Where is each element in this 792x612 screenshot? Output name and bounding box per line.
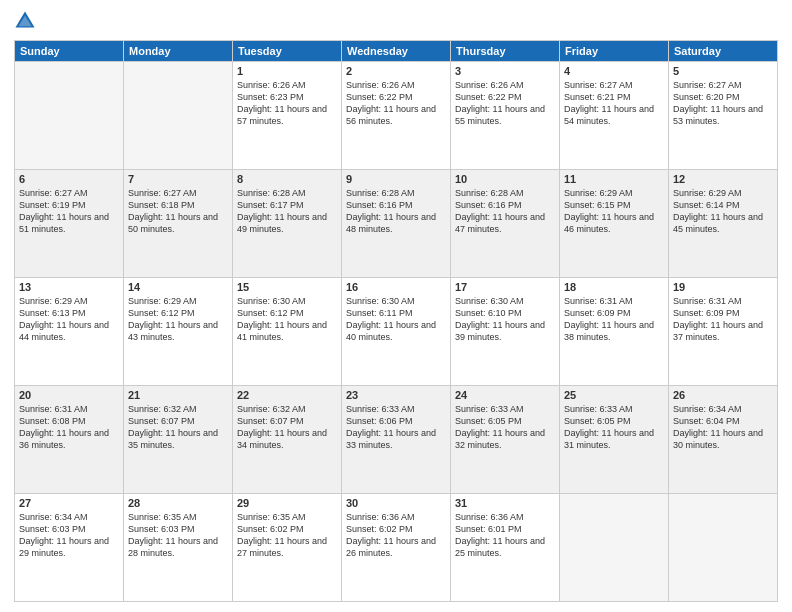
day-info: Sunrise: 6:27 AM Sunset: 6:21 PM Dayligh… (564, 79, 664, 128)
calendar-cell: 3Sunrise: 6:26 AM Sunset: 6:22 PM Daylig… (451, 62, 560, 170)
day-number: 1 (237, 65, 337, 77)
day-info: Sunrise: 6:31 AM Sunset: 6:09 PM Dayligh… (564, 295, 664, 344)
day-info: Sunrise: 6:34 AM Sunset: 6:03 PM Dayligh… (19, 511, 119, 560)
day-info: Sunrise: 6:26 AM Sunset: 6:22 PM Dayligh… (455, 79, 555, 128)
day-number: 27 (19, 497, 119, 509)
day-number: 2 (346, 65, 446, 77)
calendar-cell: 19Sunrise: 6:31 AM Sunset: 6:09 PM Dayli… (669, 278, 778, 386)
day-number: 16 (346, 281, 446, 293)
calendar-cell: 31Sunrise: 6:36 AM Sunset: 6:01 PM Dayli… (451, 494, 560, 602)
day-number: 17 (455, 281, 555, 293)
calendar-cell: 8Sunrise: 6:28 AM Sunset: 6:17 PM Daylig… (233, 170, 342, 278)
page: SundayMondayTuesdayWednesdayThursdayFrid… (0, 0, 792, 612)
day-info: Sunrise: 6:34 AM Sunset: 6:04 PM Dayligh… (673, 403, 773, 452)
calendar-cell: 26Sunrise: 6:34 AM Sunset: 6:04 PM Dayli… (669, 386, 778, 494)
day-info: Sunrise: 6:36 AM Sunset: 6:02 PM Dayligh… (346, 511, 446, 560)
day-number: 8 (237, 173, 337, 185)
day-info: Sunrise: 6:30 AM Sunset: 6:11 PM Dayligh… (346, 295, 446, 344)
day-number: 15 (237, 281, 337, 293)
day-info: Sunrise: 6:29 AM Sunset: 6:13 PM Dayligh… (19, 295, 119, 344)
calendar-cell: 9Sunrise: 6:28 AM Sunset: 6:16 PM Daylig… (342, 170, 451, 278)
day-number: 11 (564, 173, 664, 185)
day-number: 10 (455, 173, 555, 185)
calendar-week-row: 1Sunrise: 6:26 AM Sunset: 6:23 PM Daylig… (15, 62, 778, 170)
day-info: Sunrise: 6:28 AM Sunset: 6:16 PM Dayligh… (346, 187, 446, 236)
calendar-cell (669, 494, 778, 602)
day-number: 30 (346, 497, 446, 509)
calendar-header-row: SundayMondayTuesdayWednesdayThursdayFrid… (15, 41, 778, 62)
calendar-week-row: 13Sunrise: 6:29 AM Sunset: 6:13 PM Dayli… (15, 278, 778, 386)
day-info: Sunrise: 6:27 AM Sunset: 6:19 PM Dayligh… (19, 187, 119, 236)
calendar-cell: 25Sunrise: 6:33 AM Sunset: 6:05 PM Dayli… (560, 386, 669, 494)
calendar-week-row: 27Sunrise: 6:34 AM Sunset: 6:03 PM Dayli… (15, 494, 778, 602)
day-number: 19 (673, 281, 773, 293)
calendar-header-tuesday: Tuesday (233, 41, 342, 62)
header (14, 10, 778, 32)
calendar-cell: 21Sunrise: 6:32 AM Sunset: 6:07 PM Dayli… (124, 386, 233, 494)
logo (14, 10, 40, 32)
calendar-cell: 12Sunrise: 6:29 AM Sunset: 6:14 PM Dayli… (669, 170, 778, 278)
calendar-cell: 2Sunrise: 6:26 AM Sunset: 6:22 PM Daylig… (342, 62, 451, 170)
calendar-cell (560, 494, 669, 602)
calendar-header-thursday: Thursday (451, 41, 560, 62)
day-info: Sunrise: 6:28 AM Sunset: 6:16 PM Dayligh… (455, 187, 555, 236)
day-number: 4 (564, 65, 664, 77)
day-info: Sunrise: 6:32 AM Sunset: 6:07 PM Dayligh… (237, 403, 337, 452)
calendar-cell: 24Sunrise: 6:33 AM Sunset: 6:05 PM Dayli… (451, 386, 560, 494)
calendar-cell: 23Sunrise: 6:33 AM Sunset: 6:06 PM Dayli… (342, 386, 451, 494)
day-info: Sunrise: 6:27 AM Sunset: 6:18 PM Dayligh… (128, 187, 228, 236)
day-number: 26 (673, 389, 773, 401)
calendar-cell: 15Sunrise: 6:30 AM Sunset: 6:12 PM Dayli… (233, 278, 342, 386)
day-number: 24 (455, 389, 555, 401)
calendar-cell (15, 62, 124, 170)
day-number: 29 (237, 497, 337, 509)
day-info: Sunrise: 6:27 AM Sunset: 6:20 PM Dayligh… (673, 79, 773, 128)
calendar-cell: 6Sunrise: 6:27 AM Sunset: 6:19 PM Daylig… (15, 170, 124, 278)
day-number: 13 (19, 281, 119, 293)
day-number: 18 (564, 281, 664, 293)
calendar-cell: 5Sunrise: 6:27 AM Sunset: 6:20 PM Daylig… (669, 62, 778, 170)
day-number: 12 (673, 173, 773, 185)
day-info: Sunrise: 6:29 AM Sunset: 6:12 PM Dayligh… (128, 295, 228, 344)
calendar-cell: 14Sunrise: 6:29 AM Sunset: 6:12 PM Dayli… (124, 278, 233, 386)
calendar-cell: 10Sunrise: 6:28 AM Sunset: 6:16 PM Dayli… (451, 170, 560, 278)
calendar-cell (124, 62, 233, 170)
day-info: Sunrise: 6:28 AM Sunset: 6:17 PM Dayligh… (237, 187, 337, 236)
calendar-cell: 20Sunrise: 6:31 AM Sunset: 6:08 PM Dayli… (15, 386, 124, 494)
calendar-header-wednesday: Wednesday (342, 41, 451, 62)
day-number: 28 (128, 497, 228, 509)
day-info: Sunrise: 6:35 AM Sunset: 6:03 PM Dayligh… (128, 511, 228, 560)
calendar-week-row: 20Sunrise: 6:31 AM Sunset: 6:08 PM Dayli… (15, 386, 778, 494)
calendar-header-friday: Friday (560, 41, 669, 62)
day-number: 14 (128, 281, 228, 293)
day-number: 5 (673, 65, 773, 77)
day-info: Sunrise: 6:36 AM Sunset: 6:01 PM Dayligh… (455, 511, 555, 560)
day-info: Sunrise: 6:29 AM Sunset: 6:14 PM Dayligh… (673, 187, 773, 236)
calendar-cell: 4Sunrise: 6:27 AM Sunset: 6:21 PM Daylig… (560, 62, 669, 170)
calendar-table: SundayMondayTuesdayWednesdayThursdayFrid… (14, 40, 778, 602)
day-number: 3 (455, 65, 555, 77)
day-info: Sunrise: 6:33 AM Sunset: 6:05 PM Dayligh… (455, 403, 555, 452)
calendar-cell: 18Sunrise: 6:31 AM Sunset: 6:09 PM Dayli… (560, 278, 669, 386)
day-info: Sunrise: 6:32 AM Sunset: 6:07 PM Dayligh… (128, 403, 228, 452)
day-info: Sunrise: 6:26 AM Sunset: 6:22 PM Dayligh… (346, 79, 446, 128)
day-info: Sunrise: 6:30 AM Sunset: 6:12 PM Dayligh… (237, 295, 337, 344)
generalblue-logo-icon (14, 10, 36, 32)
day-info: Sunrise: 6:35 AM Sunset: 6:02 PM Dayligh… (237, 511, 337, 560)
calendar-cell: 7Sunrise: 6:27 AM Sunset: 6:18 PM Daylig… (124, 170, 233, 278)
calendar-cell: 17Sunrise: 6:30 AM Sunset: 6:10 PM Dayli… (451, 278, 560, 386)
day-number: 23 (346, 389, 446, 401)
day-number: 31 (455, 497, 555, 509)
day-info: Sunrise: 6:31 AM Sunset: 6:08 PM Dayligh… (19, 403, 119, 452)
day-info: Sunrise: 6:33 AM Sunset: 6:06 PM Dayligh… (346, 403, 446, 452)
calendar-cell: 29Sunrise: 6:35 AM Sunset: 6:02 PM Dayli… (233, 494, 342, 602)
day-info: Sunrise: 6:31 AM Sunset: 6:09 PM Dayligh… (673, 295, 773, 344)
calendar-header-saturday: Saturday (669, 41, 778, 62)
calendar-header-sunday: Sunday (15, 41, 124, 62)
day-number: 21 (128, 389, 228, 401)
calendar-cell: 16Sunrise: 6:30 AM Sunset: 6:11 PM Dayli… (342, 278, 451, 386)
calendar-cell: 1Sunrise: 6:26 AM Sunset: 6:23 PM Daylig… (233, 62, 342, 170)
day-number: 9 (346, 173, 446, 185)
calendar-cell: 11Sunrise: 6:29 AM Sunset: 6:15 PM Dayli… (560, 170, 669, 278)
day-number: 25 (564, 389, 664, 401)
